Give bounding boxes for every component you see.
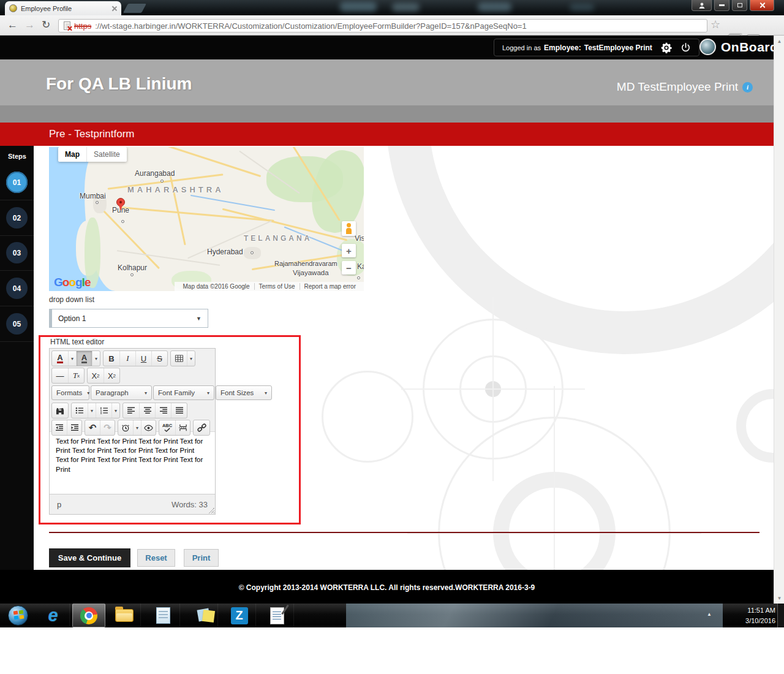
taskbar-notepad[interactable] <box>147 604 180 627</box>
font-family-select[interactable]: Font Family▾ <box>153 385 214 400</box>
resize-grip[interactable] <box>208 507 214 513</box>
url-bar[interactable]: https ://wt-stage.harbinger.in/WORKTERRA… <box>58 19 707 32</box>
taskbar-z-app[interactable]: Z <box>223 604 256 627</box>
tab-close-icon[interactable] <box>111 6 117 11</box>
restore-button[interactable] <box>732 0 747 11</box>
backcolor-icon: A <box>81 354 87 363</box>
strikethrough-button[interactable]: S <box>151 351 167 366</box>
taskbar-ie[interactable]: e <box>37 604 70 627</box>
print-button[interactable]: Print <box>184 549 219 567</box>
taskbar-sticky-notes[interactable] <box>185 604 218 627</box>
bold-button[interactable]: B <box>104 351 119 366</box>
toolbar-row-4: ▾ ▾ <box>51 403 187 418</box>
info-icon[interactable]: i <box>742 82 753 93</box>
numbered-list-button[interactable] <box>96 403 111 418</box>
taskbar-chrome-active[interactable] <box>72 604 105 627</box>
step-03[interactable]: 03 <box>6 242 28 263</box>
tray-expand-icon[interactable]: ▲ <box>707 612 712 617</box>
logout-power-icon[interactable] <box>680 42 691 53</box>
zoom-out-button[interactable]: − <box>342 261 356 275</box>
map-city-dot <box>96 201 99 204</box>
font-sizes-select[interactable]: Font Sizes▾ <box>216 385 272 400</box>
step-02[interactable]: 02 <box>6 207 28 229</box>
step-01[interactable]: 01 <box>6 172 28 193</box>
scroll-up-icon[interactable]: ▲ <box>774 36 784 46</box>
formats-select[interactable]: Formats▾ <box>51 385 89 400</box>
bullet-list-icon <box>75 407 84 414</box>
map-button[interactable]: Map <box>58 147 86 162</box>
certificate-error-icon[interactable] <box>64 21 70 30</box>
pegman-control[interactable] <box>342 221 356 236</box>
element-path: p <box>57 500 61 509</box>
map-label-kolhapur: Kolhapur <box>118 263 147 272</box>
reload-icon[interactable]: ↻ <box>42 20 50 30</box>
toolbar-row-2: — Tx X2 X2 <box>51 368 120 384</box>
taskbar-journal[interactable] <box>261 604 294 627</box>
horizontal-rule-button[interactable]: — <box>52 368 68 383</box>
scroll-down-icon[interactable]: ▼ <box>774 593 784 603</box>
show-desktop-button[interactable] <box>777 604 784 627</box>
editor-content[interactable]: Text for Print Text for Print Text for P… <box>50 433 215 494</box>
bookmark-star-icon[interactable]: ☆ <box>710 19 720 30</box>
text-color-button[interactable]: A <box>52 351 68 366</box>
reset-button[interactable]: Reset <box>137 549 175 567</box>
find-replace-button[interactable] <box>52 403 68 418</box>
text-color-caret[interactable]: ▾ <box>68 351 76 366</box>
dropdown-label: drop down list <box>49 295 94 304</box>
map-label-telangana: TELANGANA <box>244 234 312 243</box>
url-text: ://wt-stage.harbinger.in/WORKTERRA/Custo… <box>95 21 527 31</box>
table-caret[interactable]: ▾ <box>187 351 195 366</box>
close-icon <box>759 2 766 9</box>
superscript-button[interactable]: X2 <box>104 368 119 383</box>
background-color-button[interactable]: A <box>76 351 92 366</box>
align-right-button[interactable] <box>155 403 171 418</box>
app-footer: © Copyright 2013-2014 WORKTERRA LLC. All… <box>0 570 774 604</box>
logged-in-name: TestEmployee Print <box>584 44 652 52</box>
background-color-caret[interactable]: ▾ <box>92 351 100 366</box>
step-05[interactable]: 05 <box>6 313 28 335</box>
browser-tab[interactable]: Employee Profile <box>5 1 121 15</box>
settings-gear-icon[interactable] <box>661 42 672 53</box>
word-count: Words: 33 <box>172 500 208 509</box>
table-button[interactable] <box>171 351 187 366</box>
align-left-button[interactable] <box>123 403 139 418</box>
align-center-button[interactable] <box>139 403 155 418</box>
bullet-list-button[interactable] <box>72 403 88 418</box>
map-label-aurangabad: Aurangabad <box>135 169 175 178</box>
clock-date: 3/10/2016 <box>745 616 775 626</box>
profile-button[interactable] <box>692 0 712 11</box>
pegman-icon <box>346 228 352 234</box>
save-continue-button[interactable]: Save & Continue <box>49 548 130 567</box>
map-city-dot <box>121 220 124 223</box>
satellite-button[interactable]: Satellite <box>86 147 127 162</box>
italic-button[interactable]: I <box>119 351 135 366</box>
clock-icon <box>121 423 130 432</box>
bottom-margin <box>0 627 784 674</box>
background-window-blur <box>478 2 511 12</box>
steps-sidebar: Steps 01 02 03 04 05 <box>0 146 34 570</box>
dropdown-select[interactable]: Option 1 ▼ <box>49 309 208 328</box>
start-button[interactable] <box>1 604 34 627</box>
subscript-button[interactable]: X2 <box>88 368 104 383</box>
report-error-link[interactable]: Report a map error <box>300 283 360 290</box>
system-clock[interactable]: 11:51 AM 3/10/2016 <box>745 605 775 626</box>
paragraph-select[interactable]: Paragraph▾ <box>91 385 152 400</box>
numbered-list-caret[interactable]: ▾ <box>111 403 119 418</box>
bullet-list-caret[interactable]: ▾ <box>88 403 96 418</box>
taskbar-explorer[interactable] <box>108 604 141 627</box>
check-icon <box>164 428 170 432</box>
close-button[interactable] <box>750 0 774 11</box>
back-icon[interactable]: ← <box>7 20 18 30</box>
minimize-button[interactable] <box>714 0 729 11</box>
zoom-in-button[interactable]: + <box>342 244 356 257</box>
vertical-scrollbar[interactable]: ▲ ▼ <box>774 36 784 604</box>
forward-icon[interactable]: → <box>24 20 35 30</box>
underline-button[interactable]: U <box>135 351 151 366</box>
terms-link[interactable]: Terms of Use <box>254 283 300 290</box>
google-logo: G o o g l e <box>54 276 90 289</box>
table-icon <box>175 354 184 363</box>
step-04[interactable]: 04 <box>6 278 28 299</box>
google-map[interactable]: Aurangabad MAHARASHTRA Mumbai Pune TELAN… <box>49 147 364 291</box>
justify-button[interactable] <box>171 403 187 418</box>
clear-formatting-button[interactable]: Tx <box>68 368 84 383</box>
